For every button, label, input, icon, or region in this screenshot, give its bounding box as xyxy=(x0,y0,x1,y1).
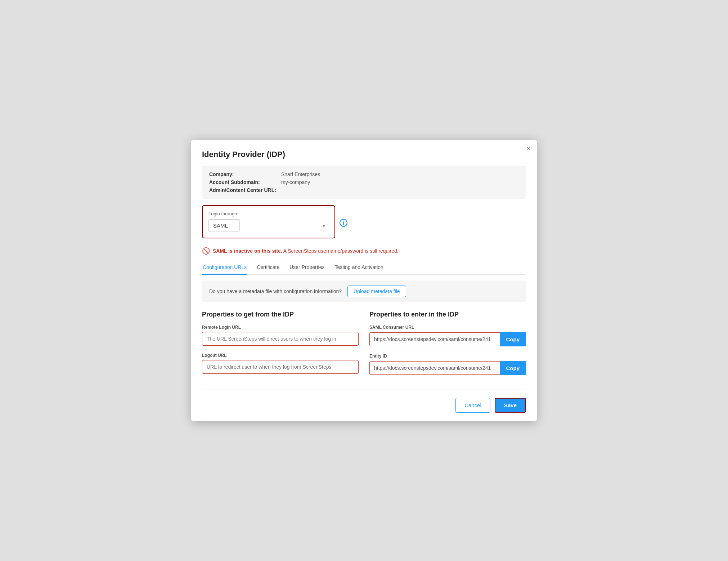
info-section: Company: Snarf Enterprises Account Subdo… xyxy=(202,166,526,199)
saml-consumer-field-group: SAML Consumer URL Copy xyxy=(369,325,526,346)
subdomain-value: my-company xyxy=(281,179,310,185)
idp-dialog: × Identity Provider (IDP) Company: Snarf… xyxy=(191,140,537,421)
tab-configuration-urls[interactable]: Configuration URLs xyxy=(202,261,247,275)
info-icon[interactable]: i xyxy=(340,219,347,227)
warning-row: 🚫 SAML is inactive on this site. A Scree… xyxy=(202,247,526,255)
remote-login-field-group: Remote Login URL xyxy=(202,325,359,346)
admin-url-row: Admin/Content Center URL: xyxy=(209,187,519,193)
entity-id-label: Entity ID xyxy=(369,354,526,359)
entity-id-input-row: Copy xyxy=(369,361,526,375)
entity-id-copy-button[interactable]: Copy xyxy=(500,361,526,375)
footer-divider xyxy=(202,390,526,390)
tabs-bar: Configuration URLs Certificate User Prop… xyxy=(202,261,526,275)
saml-consumer-copy-button[interactable]: Copy xyxy=(500,332,526,346)
close-button[interactable]: × xyxy=(526,145,530,152)
upload-metadata-button[interactable]: Upload metadata file xyxy=(347,286,406,297)
login-section: Login through: SAML Standard OAuth xyxy=(202,205,335,238)
properties-grid: Properties to get from the IDP Remote Lo… xyxy=(202,311,526,382)
admin-url-label: Admin/Content Center URL: xyxy=(209,187,281,193)
subdomain-row: Account Subdomain: my-company xyxy=(209,179,519,185)
tab-user-properties[interactable]: User Properties xyxy=(289,261,325,275)
metadata-text: Do you have a metadata file with configu… xyxy=(209,288,342,294)
cancel-button[interactable]: Cancel xyxy=(455,398,490,413)
saml-consumer-label: SAML Consumer URL xyxy=(369,325,526,330)
saml-consumer-input[interactable] xyxy=(369,332,500,346)
tab-certificate[interactable]: Certificate xyxy=(256,261,280,275)
properties-right: Properties to enter in the IDP SAML Cons… xyxy=(369,311,526,382)
properties-left-title: Properties to get from the IDP xyxy=(202,311,359,318)
logout-label: Logout URL xyxy=(202,353,359,358)
login-select-wrapper: SAML Standard OAuth xyxy=(208,219,329,232)
saml-consumer-input-row: Copy xyxy=(369,332,526,346)
warning-icon: 🚫 xyxy=(202,247,210,255)
properties-right-title: Properties to enter in the IDP xyxy=(369,311,526,318)
logout-input[interactable] xyxy=(202,360,359,374)
dialog-title: Identity Provider (IDP) xyxy=(202,150,526,159)
metadata-banner: Do you have a metadata file with configu… xyxy=(202,280,526,302)
company-row: Company: Snarf Enterprises xyxy=(209,171,519,177)
warning-bold: SAML is inactive on this site. xyxy=(213,248,282,254)
login-through-label: Login through: xyxy=(208,211,329,216)
remote-login-input[interactable] xyxy=(202,332,359,346)
tab-testing-activation[interactable]: Testing and Activation xyxy=(334,261,384,275)
subdomain-label: Account Subdomain: xyxy=(209,179,281,185)
company-label: Company: xyxy=(209,171,281,177)
entity-id-field-group: Entity ID Copy xyxy=(369,354,526,375)
entity-id-input[interactable] xyxy=(369,361,500,375)
logout-field-group: Logout URL xyxy=(202,353,359,374)
footer: Cancel Save xyxy=(202,396,526,413)
login-select[interactable]: SAML Standard OAuth xyxy=(208,219,240,232)
company-value: Snarf Enterprises xyxy=(281,171,320,177)
remote-login-label: Remote Login URL xyxy=(202,325,359,330)
save-button[interactable]: Save xyxy=(495,398,526,413)
warning-normal: A ScreenSteps username/password is still… xyxy=(283,248,399,254)
properties-left: Properties to get from the IDP Remote Lo… xyxy=(202,311,359,382)
